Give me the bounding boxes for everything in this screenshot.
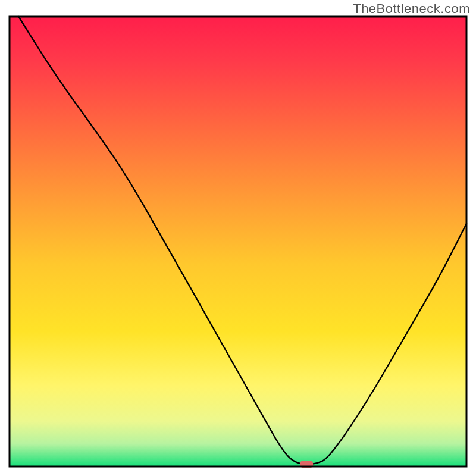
chart-svg <box>0 0 476 476</box>
gradient-background <box>10 17 466 466</box>
watermark-text: TheBottleneck.com <box>353 1 470 17</box>
bottleneck-chart: TheBottleneck.com <box>0 0 476 476</box>
